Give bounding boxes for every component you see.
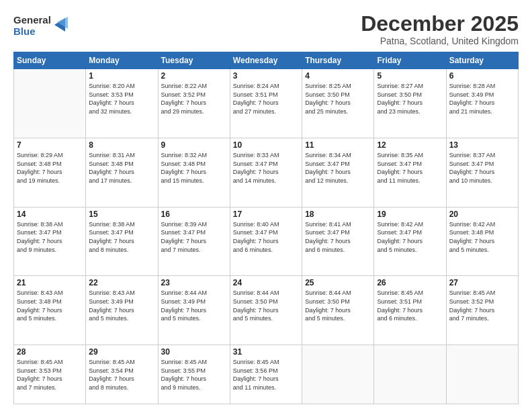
weekday-header-tuesday: Tuesday: [158, 52, 230, 69]
day-number: 12: [377, 140, 443, 150]
day-info: Sunrise: 8:40 AMSunset: 3:47 PMDaylight:…: [233, 220, 299, 254]
calendar-cell: 8Sunrise: 8:31 AMSunset: 3:48 PMDaylight…: [86, 138, 158, 207]
day-number: 17: [233, 210, 299, 219]
day-info: Sunrise: 8:43 AMSunset: 3:48 PMDaylight:…: [17, 289, 83, 322]
day-info: Sunrise: 8:27 AMSunset: 3:50 PMDaylight:…: [377, 82, 443, 116]
day-info: Sunrise: 8:33 AMSunset: 3:47 PMDaylight:…: [233, 151, 299, 185]
day-info: Sunrise: 8:45 AMSunset: 3:56 PMDaylight:…: [233, 358, 299, 392]
calendar-cell: [446, 345, 518, 404]
location-subtitle: Patna, Scotland, United Kingdom: [361, 36, 519, 46]
calendar-cell: 3Sunrise: 8:24 AMSunset: 3:51 PMDaylight…: [230, 69, 302, 138]
calendar-cell: 14Sunrise: 8:38 AMSunset: 3:47 PMDayligh…: [14, 207, 86, 276]
title-section: December 2025 Patna, Scotland, United Ki…: [361, 12, 519, 46]
day-number: 21: [17, 278, 83, 287]
calendar-cell: 27Sunrise: 8:45 AMSunset: 3:52 PMDayligh…: [446, 276, 518, 345]
day-number: 25: [305, 278, 371, 287]
day-number: 6: [449, 71, 515, 81]
day-info: Sunrise: 8:20 AMSunset: 3:53 PMDaylight:…: [89, 82, 154, 116]
day-info: Sunrise: 8:32 AMSunset: 3:48 PMDaylight:…: [161, 151, 227, 185]
day-info: Sunrise: 8:25 AMSunset: 3:50 PMDaylight:…: [305, 82, 371, 116]
calendar-cell: 4Sunrise: 8:25 AMSunset: 3:50 PMDaylight…: [302, 69, 374, 138]
day-info: Sunrise: 8:37 AMSunset: 3:47 PMDaylight:…: [449, 151, 515, 185]
day-number: 29: [89, 347, 154, 357]
calendar-cell: 16Sunrise: 8:39 AMSunset: 3:47 PMDayligh…: [158, 207, 230, 276]
calendar-week-row: 1Sunrise: 8:20 AMSunset: 3:53 PMDaylight…: [14, 69, 519, 138]
calendar-week-row: 7Sunrise: 8:29 AMSunset: 3:48 PMDaylight…: [14, 138, 519, 207]
day-number: 11: [305, 140, 371, 150]
weekday-header-row: SundayMondayTuesdayWednesdayThursdayFrid…: [14, 52, 519, 69]
day-info: Sunrise: 8:45 AMSunset: 3:55 PMDaylight:…: [161, 358, 227, 392]
calendar-cell: 5Sunrise: 8:27 AMSunset: 3:50 PMDaylight…: [374, 69, 446, 138]
day-number: 13: [449, 140, 515, 150]
day-number: 10: [233, 140, 299, 150]
day-info: Sunrise: 8:24 AMSunset: 3:51 PMDaylight:…: [233, 82, 299, 116]
day-info: Sunrise: 8:39 AMSunset: 3:47 PMDaylight:…: [161, 220, 227, 254]
calendar-cell: 23Sunrise: 8:44 AMSunset: 3:49 PMDayligh…: [158, 276, 230, 345]
weekday-header-sunday: Sunday: [14, 52, 86, 69]
day-number: 1: [89, 71, 154, 81]
day-info: Sunrise: 8:31 AMSunset: 3:48 PMDaylight:…: [89, 151, 154, 185]
day-info: Sunrise: 8:45 AMSunset: 3:53 PMDaylight:…: [17, 358, 83, 392]
logo: General Blue: [13, 15, 68, 37]
calendar-week-row: 14Sunrise: 8:38 AMSunset: 3:47 PMDayligh…: [14, 207, 519, 276]
calendar-cell: 26Sunrise: 8:45 AMSunset: 3:51 PMDayligh…: [374, 276, 446, 345]
day-info: Sunrise: 8:29 AMSunset: 3:48 PMDaylight:…: [17, 151, 83, 185]
calendar-cell: [374, 345, 446, 404]
day-number: 30: [161, 347, 227, 357]
weekday-header-friday: Friday: [374, 52, 446, 69]
day-number: 2: [161, 71, 227, 81]
calendar-cell: 25Sunrise: 8:44 AMSunset: 3:50 PMDayligh…: [302, 276, 374, 345]
day-number: 31: [233, 347, 299, 357]
weekday-header-saturday: Saturday: [446, 52, 518, 69]
day-info: Sunrise: 8:45 AMSunset: 3:54 PMDaylight:…: [89, 358, 154, 392]
calendar-cell: 19Sunrise: 8:42 AMSunset: 3:47 PMDayligh…: [374, 207, 446, 276]
day-info: Sunrise: 8:35 AMSunset: 3:47 PMDaylight:…: [377, 151, 443, 185]
day-number: 16: [161, 210, 227, 219]
day-number: 7: [17, 140, 83, 150]
day-info: Sunrise: 8:42 AMSunset: 3:48 PMDaylight:…: [449, 220, 515, 254]
day-number: 23: [161, 278, 227, 287]
day-info: Sunrise: 8:38 AMSunset: 3:47 PMDaylight:…: [89, 220, 154, 254]
calendar-cell: 11Sunrise: 8:34 AMSunset: 3:47 PMDayligh…: [302, 138, 374, 207]
calendar-cell: 20Sunrise: 8:42 AMSunset: 3:48 PMDayligh…: [446, 207, 518, 276]
calendar-page: General Blue December 2025 Patna, Scotla…: [0, 0, 532, 411]
calendar-week-row: 28Sunrise: 8:45 AMSunset: 3:53 PMDayligh…: [14, 345, 519, 404]
calendar-cell: 28Sunrise: 8:45 AMSunset: 3:53 PMDayligh…: [14, 345, 86, 404]
calendar-cell: 30Sunrise: 8:45 AMSunset: 3:55 PMDayligh…: [158, 345, 230, 404]
calendar-cell: 31Sunrise: 8:45 AMSunset: 3:56 PMDayligh…: [230, 345, 302, 404]
calendar-cell: 10Sunrise: 8:33 AMSunset: 3:47 PMDayligh…: [230, 138, 302, 207]
day-info: Sunrise: 8:28 AMSunset: 3:49 PMDaylight:…: [449, 82, 515, 116]
month-title: December 2025: [361, 12, 519, 36]
day-number: 9: [161, 140, 227, 150]
day-number: 20: [449, 210, 515, 219]
day-number: 24: [233, 278, 299, 287]
weekday-header-monday: Monday: [86, 52, 158, 69]
weekday-header-wednesday: Wednesday: [230, 52, 302, 69]
page-header: General Blue December 2025 Patna, Scotla…: [13, 12, 519, 46]
calendar-cell: 17Sunrise: 8:40 AMSunset: 3:47 PMDayligh…: [230, 207, 302, 276]
calendar-cell: 6Sunrise: 8:28 AMSunset: 3:49 PMDaylight…: [446, 69, 518, 138]
day-info: Sunrise: 8:43 AMSunset: 3:49 PMDaylight:…: [89, 289, 154, 322]
calendar-cell: 9Sunrise: 8:32 AMSunset: 3:48 PMDaylight…: [158, 138, 230, 207]
day-info: Sunrise: 8:22 AMSunset: 3:52 PMDaylight:…: [161, 82, 227, 116]
day-info: Sunrise: 8:45 AMSunset: 3:52 PMDaylight:…: [449, 289, 515, 322]
day-number: 27: [449, 278, 515, 287]
calendar-cell: 24Sunrise: 8:44 AMSunset: 3:50 PMDayligh…: [230, 276, 302, 345]
day-number: 18: [305, 210, 371, 219]
calendar-cell: 12Sunrise: 8:35 AMSunset: 3:47 PMDayligh…: [374, 138, 446, 207]
calendar-cell: [302, 345, 374, 404]
calendar-cell: 2Sunrise: 8:22 AMSunset: 3:52 PMDaylight…: [158, 69, 230, 138]
calendar-cell: 1Sunrise: 8:20 AMSunset: 3:53 PMDaylight…: [86, 69, 158, 138]
day-number: 14: [17, 210, 83, 219]
logo-icon: [53, 15, 68, 34]
day-number: 26: [377, 278, 443, 287]
calendar-cell: 22Sunrise: 8:43 AMSunset: 3:49 PMDayligh…: [86, 276, 158, 345]
day-info: Sunrise: 8:44 AMSunset: 3:50 PMDaylight:…: [305, 289, 371, 322]
calendar-cell: 13Sunrise: 8:37 AMSunset: 3:47 PMDayligh…: [446, 138, 518, 207]
day-info: Sunrise: 8:41 AMSunset: 3:47 PMDaylight:…: [305, 220, 371, 254]
calendar-cell: 7Sunrise: 8:29 AMSunset: 3:48 PMDaylight…: [14, 138, 86, 207]
day-info: Sunrise: 8:45 AMSunset: 3:51 PMDaylight:…: [377, 289, 443, 322]
day-number: 3: [233, 71, 299, 81]
day-number: 5: [377, 71, 443, 81]
day-number: 22: [89, 278, 154, 287]
